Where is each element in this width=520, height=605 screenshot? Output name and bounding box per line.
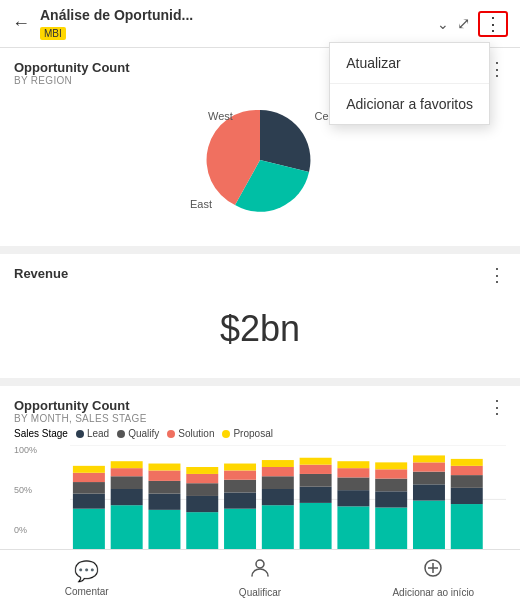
card-title-wrap: Opportunity Count BY REGION [14, 60, 130, 86]
legend-dot-proposal [222, 430, 230, 438]
svg-rect-32 [262, 460, 294, 467]
user-icon [249, 557, 271, 584]
svg-rect-14 [148, 494, 180, 510]
svg-rect-33 [300, 503, 332, 549]
nav-item-qualificar[interactable]: Qualificar [173, 550, 346, 605]
svg-rect-11 [111, 468, 143, 476]
svg-rect-24 [224, 492, 256, 508]
dropdown-menu: Atualizar Adicionar a favoritos [329, 42, 490, 125]
card-subtitle: BY REGION [14, 75, 130, 86]
header-badge: MBI [40, 27, 66, 40]
svg-rect-50 [413, 472, 445, 485]
svg-rect-52 [413, 455, 445, 462]
revenue-card-header: Revenue ⋮ [14, 266, 506, 284]
svg-rect-9 [111, 489, 143, 505]
y-label-0: 0% [14, 525, 37, 535]
svg-rect-39 [337, 490, 369, 506]
legend-item-lead: Lead [76, 428, 109, 439]
svg-rect-35 [300, 474, 332, 487]
y-label-50: 50% [14, 485, 37, 495]
svg-rect-30 [262, 476, 294, 489]
svg-rect-12 [111, 461, 143, 468]
svg-rect-20 [186, 483, 218, 496]
add-home-icon [422, 557, 444, 584]
card-title: Opportunity Count [14, 60, 130, 75]
svg-rect-17 [148, 464, 180, 471]
revenue-card: Revenue ⋮ $2bn [0, 254, 520, 386]
legend-label: Sales Stage [14, 428, 68, 439]
svg-rect-47 [375, 462, 407, 469]
pie-label-east: East [190, 198, 212, 210]
legend-dot-solution [167, 430, 175, 438]
y-label-100: 100% [14, 445, 37, 455]
svg-rect-7 [73, 466, 105, 473]
opp-month-more-icon[interactable]: ⋮ [488, 398, 506, 416]
header: ← Análise de Oportunid... MBI ⌄ ⤢ ⋮ [0, 0, 520, 48]
svg-rect-56 [451, 466, 483, 475]
nav-label-comentar: Comentar [65, 586, 109, 597]
svg-rect-41 [337, 468, 369, 477]
chevron-down-icon[interactable]: ⌄ [437, 16, 449, 32]
svg-point-58 [256, 560, 264, 568]
svg-rect-19 [186, 496, 218, 512]
legend-text-solution: Solution [178, 428, 214, 439]
svg-rect-10 [111, 476, 143, 489]
svg-rect-15 [148, 481, 180, 494]
svg-rect-8 [111, 505, 143, 549]
svg-rect-42 [337, 461, 369, 468]
revenue-value: $2bn [14, 288, 506, 366]
svg-rect-51 [413, 462, 445, 471]
svg-rect-31 [262, 467, 294, 476]
svg-rect-6 [73, 473, 105, 482]
nav-item-comentar[interactable]: 💬 Comentar [0, 550, 173, 605]
svg-rect-3 [73, 509, 105, 549]
pie-chart: West Central East [190, 100, 330, 220]
svg-rect-16 [148, 470, 180, 480]
dropdown-item-favoritos[interactable]: Adicionar a favoritos [330, 84, 489, 124]
svg-rect-57 [451, 459, 483, 466]
svg-rect-4 [73, 494, 105, 509]
svg-rect-34 [300, 487, 332, 503]
svg-rect-28 [262, 505, 294, 549]
legend-item-solution: Solution [167, 428, 214, 439]
svg-rect-36 [300, 465, 332, 474]
svg-rect-13 [148, 510, 180, 549]
svg-rect-43 [375, 508, 407, 549]
dropdown-item-atualizar[interactable]: Atualizar [330, 43, 489, 84]
bar-chart-svg [42, 445, 506, 549]
y-axis-labels: 100% 50% 0% [14, 445, 37, 535]
svg-rect-37 [300, 458, 332, 465]
svg-rect-55 [451, 475, 483, 488]
svg-rect-46 [375, 469, 407, 478]
revenue-more-icon[interactable]: ⋮ [488, 266, 506, 284]
opp-month-card-header: Opportunity Count BY MONTH, SALES STAGE … [14, 398, 506, 424]
opp-month-subtitle: BY MONTH, SALES STAGE [14, 413, 147, 424]
bottom-nav: 💬 Comentar Qualificar Adicionar ao iníci… [0, 549, 520, 605]
opp-month-title: Opportunity Count [14, 398, 147, 413]
legend-item-proposal: Proposal [222, 428, 272, 439]
revenue-title-wrap: Revenue [14, 266, 68, 281]
more-options-button[interactable]: ⋮ [478, 11, 508, 37]
svg-rect-22 [186, 467, 218, 474]
bar-chart-area: 100% 50% 0% [14, 445, 506, 549]
bar-chart-legend: Sales Stage Lead Qualify Solution Propos… [14, 428, 506, 439]
svg-rect-44 [375, 491, 407, 507]
nav-item-adicionar[interactable]: Adicionar ao início [347, 550, 520, 605]
svg-rect-26 [224, 470, 256, 479]
svg-rect-21 [186, 474, 218, 483]
svg-rect-18 [186, 512, 218, 549]
pie-label-west: West [208, 110, 233, 122]
revenue-title: Revenue [14, 266, 68, 281]
nav-label-adicionar: Adicionar ao início [392, 587, 474, 598]
back-button[interactable]: ← [12, 13, 30, 34]
comment-icon: 💬 [74, 559, 99, 583]
page-title: Análise de Oportunid... [40, 7, 437, 23]
svg-rect-5 [73, 482, 105, 494]
expand-icon[interactable]: ⤢ [457, 14, 470, 33]
svg-rect-45 [375, 479, 407, 492]
opp-month-title-wrap: Opportunity Count BY MONTH, SALES STAGE [14, 398, 147, 424]
card-more-icon[interactable]: ⋮ [488, 60, 506, 78]
legend-item-qualify: Qualify [117, 428, 159, 439]
svg-rect-49 [413, 484, 445, 500]
svg-rect-54 [451, 488, 483, 504]
